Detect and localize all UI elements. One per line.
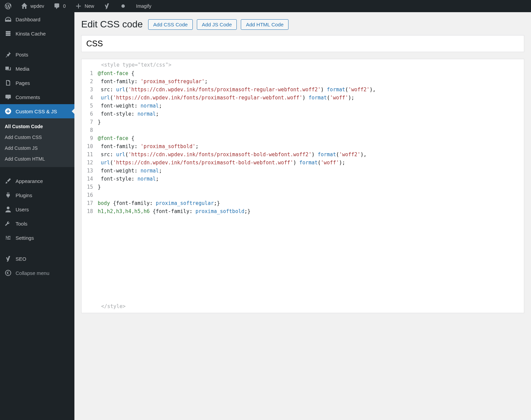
cache-icon — [5, 30, 11, 37]
code-lines[interactable]: @font-face { font-family: 'proxima_softr… — [98, 69, 524, 215]
sidebar-item-label: Users — [16, 207, 29, 212]
sidebar-item-custom-css-js[interactable]: Custom CSS & JS — [0, 104, 74, 118]
sidebar-item-label: Posts — [16, 52, 28, 57]
svg-point-4 — [5, 270, 11, 276]
wordpress-icon — [5, 3, 11, 9]
sidebar-item-label: Pages — [16, 80, 30, 86]
page-title: Edit CSS code — [81, 19, 143, 30]
submenu-item-add-custom-html[interactable]: Add Custom HTML — [0, 154, 74, 164]
sidebar-item-label: SEO — [16, 256, 26, 262]
sidebar-item-media[interactable]: Media — [0, 62, 74, 76]
media-icon — [5, 65, 11, 72]
imagify-label: Imagify — [136, 3, 151, 9]
sidebar-item-label: Settings — [16, 235, 34, 241]
plug-icon — [5, 192, 11, 199]
sidebar-item-label: Tools — [16, 221, 27, 227]
collapse-icon — [5, 270, 11, 276]
code-editor[interactable]: <style type="text/css"> 1234567891011121… — [81, 59, 524, 313]
sidebar-item-users[interactable]: Users — [0, 202, 74, 216]
collapse-label: Collapse menu — [16, 270, 49, 276]
add-css-button[interactable]: Add CSS Code — [148, 19, 193, 30]
wrench-icon — [5, 220, 11, 227]
editor-open-tag: <style type="text/css"> — [82, 59, 524, 69]
svg-point-0 — [121, 4, 125, 8]
sidebar-item-pages[interactable]: Pages — [0, 76, 74, 90]
plus-icon — [5, 108, 11, 115]
submenu-item-add-custom-js[interactable]: Add Custom JS — [0, 143, 74, 154]
sidebar-item-kinsta-cache[interactable]: Kinsta Cache — [0, 26, 74, 41]
add-html-button[interactable]: Add HTML Code — [241, 19, 288, 30]
submenu-item-all-custom-code[interactable]: All Custom Code — [0, 121, 74, 132]
comment-icon — [53, 3, 60, 9]
sidebar-item-label: Custom CSS & JS — [16, 109, 57, 114]
sidebar-item-posts[interactable]: Posts — [0, 47, 74, 62]
imagify-link[interactable]: Imagify — [134, 0, 153, 12]
code-area[interactable]: 123456789101112131415161718 @font-face {… — [82, 69, 524, 215]
dashboard-icon — [5, 16, 11, 23]
new-label: New — [85, 3, 94, 9]
sidebar-item-tools[interactable]: Tools — [0, 216, 74, 231]
sliders-icon — [5, 234, 11, 241]
home-icon — [21, 3, 28, 9]
site-link[interactable]: wpdev — [19, 0, 46, 12]
submenu-item-add-custom-css[interactable]: Add Custom CSS — [0, 132, 74, 143]
site-name: wpdev — [30, 3, 44, 9]
main-content: Edit CSS code Add CSS Code Add JS Code A… — [74, 12, 531, 420]
title-input[interactable] — [81, 35, 524, 52]
yoast-link[interactable] — [101, 0, 112, 12]
new-content-link[interactable]: New — [73, 0, 96, 12]
sidebar-item-label: Comments — [16, 94, 40, 100]
yoast-icon — [103, 3, 110, 9]
sidebar-item-dashboard[interactable]: Dashboard — [0, 12, 74, 26]
comments-link[interactable]: 0 — [51, 0, 68, 12]
wp-logo[interactable] — [3, 0, 14, 12]
sidebar-item-settings[interactable]: Settings — [0, 231, 74, 245]
line-gutter: 123456789101112131415161718 — [82, 69, 98, 215]
svg-point-1 — [6, 68, 7, 69]
add-js-button[interactable]: Add JS Code — [197, 19, 237, 30]
submenu: All Custom CodeAdd Custom CSSAdd Custom … — [0, 118, 74, 167]
page-icon — [5, 79, 11, 86]
admin-sidebar: DashboardKinsta CachePostsMediaPagesComm… — [0, 12, 74, 420]
status-dot[interactable] — [118, 0, 129, 12]
user-icon — [5, 206, 11, 213]
admin-toolbar: wpdev 0 New Imagify — [0, 0, 531, 12]
app-body: DashboardKinsta CachePostsMediaPagesComm… — [0, 12, 531, 420]
brush-icon — [5, 178, 11, 184]
sidebar-item-label: Kinsta Cache — [16, 31, 46, 37]
comment-icon — [5, 94, 11, 100]
editor-close-tag: </style> — [82, 215, 524, 313]
page-header: Edit CSS code Add CSS Code Add JS Code A… — [81, 19, 524, 30]
comment-count: 0 — [63, 3, 66, 9]
sidebar-item-label: Plugins — [16, 192, 32, 198]
sidebar-item-seo[interactable]: SEO — [0, 252, 74, 266]
seo-icon — [5, 255, 11, 262]
sidebar-item-comments[interactable]: Comments — [0, 90, 74, 104]
collapse-menu[interactable]: Collapse menu — [0, 266, 74, 280]
sidebar-item-appearance[interactable]: Appearance — [0, 174, 74, 188]
sidebar-item-label: Appearance — [16, 178, 43, 184]
plus-icon — [75, 3, 82, 9]
sidebar-item-label: Media — [16, 66, 29, 72]
circle-icon — [120, 3, 126, 9]
sidebar-item-label: Dashboard — [16, 17, 40, 22]
svg-point-3 — [7, 207, 9, 209]
pin-icon — [5, 51, 11, 58]
sidebar-item-plugins[interactable]: Plugins — [0, 188, 74, 202]
